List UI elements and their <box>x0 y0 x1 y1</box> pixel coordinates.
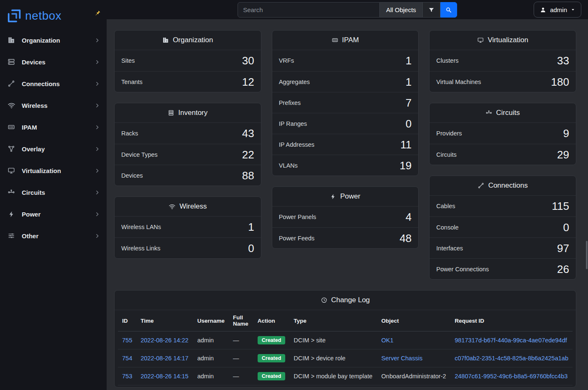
stat-value[interactable]: 0 <box>248 243 254 254</box>
stat-row: Cables 115 <box>429 196 576 217</box>
person-icon <box>540 7 546 13</box>
wireless-card: Wireless Wireless LANs 1 Wireless Links … <box>114 196 261 259</box>
stat-value[interactable]: 1 <box>248 222 254 232</box>
stat-value[interactable]: 26 <box>557 264 569 275</box>
stat-value[interactable]: 180 <box>551 76 569 87</box>
stat-link[interactable]: Wireless Links <box>121 245 160 252</box>
stat-value[interactable]: 0 <box>563 222 569 233</box>
stat-value[interactable]: 1 <box>406 76 412 87</box>
stat-link[interactable]: Sites <box>121 57 135 64</box>
stat-value[interactable]: 1 <box>406 55 412 66</box>
changelog-id-link[interactable]: 753 <box>122 373 132 380</box>
stat-link[interactable]: Racks <box>121 130 138 137</box>
stat-link[interactable]: IP Addresses <box>279 141 314 148</box>
stat-link[interactable]: Wireless LANs <box>121 224 161 230</box>
stat-value[interactable]: 115 <box>552 201 569 212</box>
stat-value[interactable]: 22 <box>242 149 254 160</box>
stat-link[interactable]: Device Types <box>121 151 158 158</box>
changelog-object-link[interactable]: Server Chassis <box>381 355 422 362</box>
stat-link[interactable]: Aggregates <box>279 79 310 85</box>
stat-link[interactable]: Power Panels <box>279 214 316 220</box>
sidebar-item-devices[interactable]: Devices <box>0 51 107 73</box>
stat-link[interactable]: VRFs <box>279 57 294 64</box>
stat-value[interactable]: 48 <box>399 233 412 244</box>
sidebar-item-organization[interactable]: Organization <box>0 29 107 51</box>
user-menu-button[interactable]: admin <box>534 2 581 18</box>
stat-value[interactable]: 29 <box>557 149 569 160</box>
changelog-request-id-link[interactable]: c07f0ab2-2351-4c58-825a-8b6a2425a1ab <box>455 355 568 362</box>
search-scope-button[interactable]: All Objects <box>380 2 423 18</box>
inventory-card: Inventory Racks 43 Device Types 22 Devic… <box>114 103 261 186</box>
card-title: Virtualization <box>488 36 528 44</box>
change-log-card: Change Log ID Time Username Full Name Ac… <box>114 290 576 387</box>
chevron-right-icon <box>95 81 100 87</box>
stat-value[interactable]: 12 <box>242 76 254 87</box>
sidebar-item-other[interactable]: Other <box>0 225 107 247</box>
chevron-right-icon <box>95 146 100 152</box>
pin-sidebar-icon[interactable] <box>95 10 101 16</box>
sidebar-item-wireless[interactable]: Wireless <box>0 94 107 116</box>
stat-value[interactable]: 88 <box>242 170 254 181</box>
card-title: Wireless <box>179 202 207 211</box>
search-submit-button[interactable] <box>440 2 457 18</box>
stat-link[interactable]: Providers <box>436 130 462 137</box>
filter-button[interactable] <box>423 2 440 18</box>
stat-link[interactable]: Power Feeds <box>279 235 314 242</box>
stat-link[interactable]: Prefixes <box>279 99 301 106</box>
inventory-card-header: Inventory <box>115 103 261 123</box>
stat-value[interactable]: 11 <box>400 139 412 150</box>
search-input[interactable] <box>238 2 380 18</box>
sidebar-item-label: Organization <box>22 37 89 44</box>
changelog-id-link[interactable]: 754 <box>122 355 132 362</box>
stat-value[interactable]: 9 <box>563 128 569 139</box>
stat-value[interactable]: 0 <box>406 118 412 129</box>
changelog-request-id-link[interactable]: 9817317d-b67f-440a-99ca-4ae07ede94df <box>455 337 567 344</box>
netbox-logo[interactable]: netbox <box>6 8 61 24</box>
stat-link[interactable]: Virtual Machines <box>436 79 481 85</box>
stat-link[interactable]: Tenants <box>121 79 143 85</box>
sidebar-item-power[interactable]: Power <box>0 203 107 225</box>
graph-icon <box>7 145 16 153</box>
changelog-time-link[interactable]: 2022-08-26 14:22 <box>141 337 189 344</box>
changelog-request-id-link[interactable]: 24807c61-9952-49c6-b8a5-69760bfcc4b3 <box>455 373 568 380</box>
sidebar-item-circuits[interactable]: Circuits <box>0 181 107 203</box>
stat-row: Circuits 29 <box>429 144 576 165</box>
changelog-time-link[interactable]: 2022-08-26 14:15 <box>141 373 189 380</box>
card-title: Connections <box>488 181 528 190</box>
changelog-id-link[interactable]: 755 <box>122 337 132 344</box>
sidebar-item-overlay[interactable]: Overlay <box>0 138 107 160</box>
stat-link[interactable]: Interfaces <box>436 245 463 252</box>
sidebar-item-connections[interactable]: Connections <box>0 73 107 94</box>
sidebar-item-virtualization[interactable]: Virtualization <box>0 160 107 181</box>
stat-row: IP Addresses 11 <box>272 134 419 155</box>
sidebar-item-label: Devices <box>22 59 89 66</box>
stat-link[interactable]: Console <box>436 224 458 231</box>
stat-link[interactable]: VLANs <box>279 162 298 169</box>
card-title: IPAM <box>342 36 359 44</box>
changelog-full-name: — <box>229 349 253 367</box>
stat-link[interactable]: IP Ranges <box>279 120 307 127</box>
card-title: Power <box>340 192 360 201</box>
stat-link[interactable]: Power Connections <box>436 266 489 273</box>
stat-link[interactable]: Circuits <box>436 151 456 158</box>
stat-value[interactable]: 97 <box>557 243 569 254</box>
chevron-right-icon <box>95 168 100 173</box>
circuits-card: Circuits Providers 9 Circuits 29 <box>429 103 576 165</box>
col-header-time: Time <box>136 310 193 331</box>
sidebar-item-label: Circuits <box>22 189 89 196</box>
stat-value[interactable]: 43 <box>242 128 254 139</box>
scrollbar-thumb[interactable] <box>586 241 588 269</box>
stat-link[interactable]: Clusters <box>436 57 458 64</box>
stat-value[interactable]: 7 <box>406 97 412 108</box>
stat-value[interactable]: 30 <box>242 55 254 66</box>
stat-value[interactable]: 4 <box>406 212 412 222</box>
changelog-object-link[interactable]: OK1 <box>381 337 394 344</box>
user-menu-label: admin <box>550 6 567 13</box>
sidebar-item-ipam[interactable]: IPAM <box>0 116 107 138</box>
changelog-time-link[interactable]: 2022-08-26 14:17 <box>141 355 189 362</box>
changelog-username: admin <box>193 349 229 367</box>
stat-value[interactable]: 19 <box>399 160 412 171</box>
stat-value[interactable]: 33 <box>557 55 569 66</box>
stat-link[interactable]: Cables <box>436 203 455 209</box>
stat-link[interactable]: Devices <box>121 172 143 179</box>
